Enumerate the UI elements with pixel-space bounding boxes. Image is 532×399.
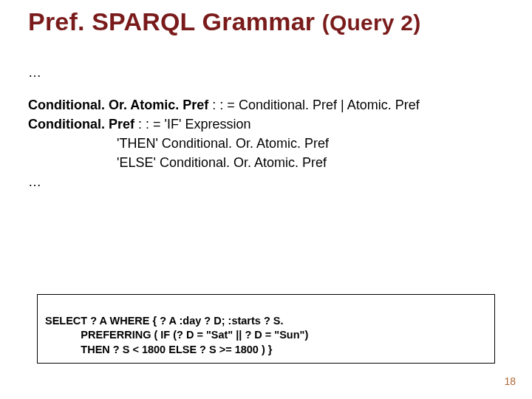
code-line-3: THEN ? S < 1800 ELSE ? S >= 1800 ) } (45, 344, 272, 355)
rule2-lhs: Conditional. Pref (28, 117, 138, 132)
title-main: Pref. SPARQL Grammar (28, 7, 322, 35)
rule-2-else: 'ELSE' Conditional. Or. Atomic. Pref (28, 153, 420, 172)
rule-2: Conditional. Pref : : = 'IF' Expression (28, 115, 420, 134)
rule2-rhs: : : = 'IF' Expression (138, 117, 250, 132)
rule1-lhs: Conditional. Or. Atomic. Pref (28, 98, 212, 112)
rule-2-then: 'THEN' Conditional. Or. Atomic. Pref (28, 134, 420, 153)
code-line-1: SELECT ? A WHERE { ? A :day ? D; :starts… (45, 315, 284, 327)
slide-title: Pref. SPARQL Grammar (Query 2) (28, 7, 420, 36)
code-line-2: PREFERRING ( IF (? D = "Sat" || ? D = "S… (45, 329, 308, 341)
title-sub: (Query 2) (322, 10, 421, 35)
rule1-rhs: : : = Conditional. Pref | Atomic. Pref (212, 98, 419, 112)
rule-1: Conditional. Or. Atomic. Pref : : = Cond… (28, 95, 420, 115)
ellipsis-bottom: … (28, 172, 420, 191)
grammar-body: … Conditional. Or. Atomic. Pref : : = Co… (28, 63, 420, 192)
spacer (28, 82, 420, 95)
page-number: 18 (504, 375, 516, 387)
example-code-box: SELECT ? A WHERE { ? A :day ? D; :starts… (37, 294, 495, 364)
ellipsis-top: … (28, 63, 420, 82)
